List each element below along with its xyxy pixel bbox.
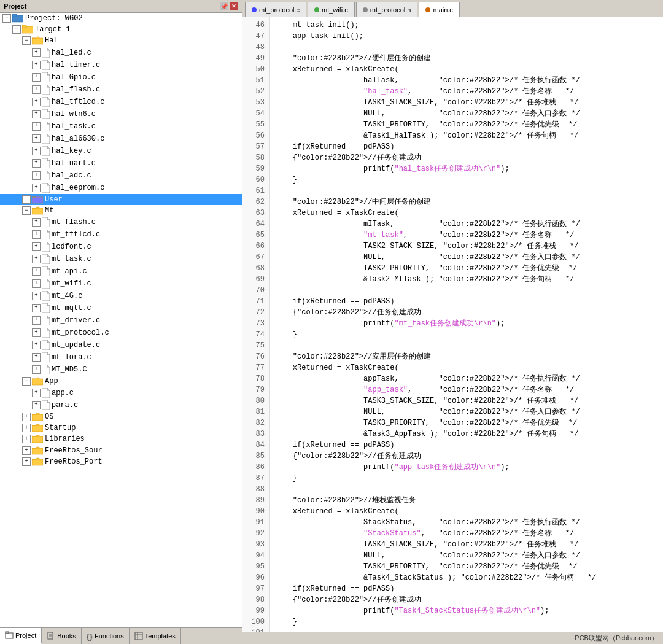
tree-item-hal_wtn6[interactable]: +hal_wtn6.c bbox=[0, 108, 242, 120]
tree-item-mt_tftlcd[interactable]: +mt_tftlcd.c bbox=[0, 228, 242, 241]
tree-item-hal_eeprom[interactable]: +hal_eeprom.c bbox=[0, 182, 242, 194]
tree-item-mt_mqtt[interactable]: +mt_mqtt.c bbox=[0, 302, 242, 314]
tab-templates[interactable]: Templates bbox=[130, 628, 181, 644]
tree-item-user[interactable]: +User bbox=[0, 194, 242, 205]
code-line-50: ⊟ xReturned = xTaskCreate( bbox=[275, 64, 658, 75]
tree-item-freertos_port[interactable]: +FreeRtos_Port bbox=[0, 456, 242, 467]
expand-placeholder: + bbox=[32, 365, 41, 374]
tree-item-hal_gpio[interactable]: +hal_Gpio.c bbox=[0, 71, 242, 83]
pin-icon[interactable]: 📌 bbox=[220, 2, 228, 10]
tree-item-app_c[interactable]: +app.c bbox=[0, 387, 242, 399]
line-number-67: 67 bbox=[247, 252, 265, 263]
code-line-65: "mt_task", "color:#228b22">/* 任务名称 */ bbox=[275, 230, 658, 241]
tree-item-target1[interactable]: −Target 1 bbox=[0, 24, 242, 35]
expand-btn-freertos_sour[interactable]: + bbox=[22, 446, 31, 455]
tree-item-mt_task[interactable]: +mt_task.c bbox=[0, 253, 242, 265]
expand-placeholder: + bbox=[32, 218, 41, 227]
tab-templates-label: Templates bbox=[145, 632, 176, 640]
file-icon bbox=[42, 109, 52, 119]
tree-item-hal_task[interactable]: +hal_task.c bbox=[0, 120, 242, 133]
tab-books[interactable]: Books bbox=[42, 628, 82, 644]
expand-btn-user[interactable]: + bbox=[22, 195, 31, 204]
expand-placeholder: + bbox=[32, 242, 41, 251]
code-line-87: } bbox=[275, 473, 658, 484]
expand-btn-startup[interactable]: + bbox=[22, 424, 31, 432]
code-text-49: "color:#228b22">//硬件层任务的创建 bbox=[275, 53, 431, 64]
tab-main-c[interactable]: main.c bbox=[419, 2, 459, 17]
expand-btn-freertos_port[interactable]: + bbox=[22, 457, 31, 466]
code-line-54: NULL, "color:#228b22">/* 任务入口参数 */ bbox=[275, 108, 658, 119]
tree-item-hal[interactable]: −Hal bbox=[0, 35, 242, 46]
tab-books-label: Books bbox=[57, 632, 76, 640]
svg-rect-1 bbox=[12, 14, 17, 17]
tree-item-libraries[interactable]: +Libraries bbox=[0, 433, 242, 444]
expand-btn-os[interactable]: + bbox=[22, 413, 31, 421]
tree-item-mt_lora[interactable]: +mt_lora.c bbox=[0, 351, 242, 363]
expand-btn-target1[interactable]: − bbox=[12, 25, 21, 34]
expand-btn-wg02[interactable]: − bbox=[2, 14, 11, 23]
tree-item-freertos_sour[interactable]: +FreeRtos_Sour bbox=[0, 445, 242, 456]
code-text-77: xReturned = xTaskCreate( bbox=[275, 362, 399, 373]
tree-item-mt_md5[interactable]: +MT_MD5.C bbox=[0, 363, 242, 376]
code-text-71: if(xReturned == pdPASS) bbox=[275, 296, 394, 307]
line-number-56: 56 bbox=[247, 130, 265, 141]
tab-mt-protocol-h[interactable]: mt_protocol.h bbox=[356, 2, 418, 17]
tab-mt-wifi-c[interactable]: mt_wifi.c bbox=[308, 2, 355, 17]
tree-item-hal_adc[interactable]: +hal_adc.c bbox=[0, 169, 242, 182]
tree-item-mt_flash[interactable]: +mt_flash.c bbox=[0, 216, 242, 228]
tree-label-mt_task: mt_task.c bbox=[52, 255, 91, 263]
tree-item-mt_protocol[interactable]: +mt_protocol.c bbox=[0, 327, 242, 339]
code-line-81: NULL, "color:#228b22">/* 任务入口参数 */ bbox=[275, 406, 658, 417]
tree-label-mt_4g: mt_4G.c bbox=[52, 292, 82, 300]
tree-item-startup[interactable]: +Startup bbox=[0, 422, 242, 433]
tree-item-para_c[interactable]: +para.c bbox=[0, 399, 242, 411]
tree-label-hal_key: hal_key.c bbox=[52, 147, 91, 155]
line-number-48: 48 bbox=[247, 42, 265, 53]
code-text-64: mITask, "color:#228b22">/* 任务执行函数 */ bbox=[275, 219, 580, 230]
tree-item-hal_timer[interactable]: +hal_timer.c bbox=[0, 59, 242, 71]
tree-label-libraries: Libraries bbox=[45, 435, 85, 443]
tree-label-mt: Mt bbox=[45, 206, 53, 215]
tree-item-lcdfont[interactable]: +lcdfont.c bbox=[0, 241, 242, 253]
code-line-83: &Task3_AppTask ); "color:#228b22">/* 任务句… bbox=[275, 429, 658, 440]
code-tab-bar: mt_protocol.c mt_wifi.c mt_protocol.h ma… bbox=[242, 0, 663, 17]
tab-project[interactable]: Project bbox=[0, 628, 42, 644]
code-line-94: NULL, "color:#228b22">/* 任务入口参数 */ bbox=[275, 550, 658, 561]
tree-item-mt_wifi[interactable]: +mt_wifi.c bbox=[0, 277, 242, 290]
tree-item-hal_tftlcd[interactable]: +hal_tftlcd.c bbox=[0, 96, 242, 108]
code-text-86: printf("app_task任务创建成功\r\n"); bbox=[275, 462, 510, 473]
tree-item-mt_update[interactable]: +mt_update.c bbox=[0, 339, 242, 351]
code-line-91: StackStatus, "color:#228b22">/* 任务执行函数 *… bbox=[275, 517, 658, 528]
tree-item-hal_flash[interactable]: +hal_flash.c bbox=[0, 83, 242, 96]
expand-btn-app[interactable]: − bbox=[22, 377, 31, 386]
tree-label-mt_api: mt_api.c bbox=[52, 267, 87, 276]
tree-item-hal_key[interactable]: +hal_key.c bbox=[0, 145, 242, 157]
tree-item-hal_al6630[interactable]: +hal_al6630.c bbox=[0, 133, 242, 145]
code-content[interactable]: 4647484950515253545556575859606162636465… bbox=[242, 17, 663, 632]
tree-label-mt_mqtt: mt_mqtt.c bbox=[52, 304, 91, 312]
close-panel-button[interactable]: ✕ bbox=[230, 2, 238, 10]
tree-item-os[interactable]: +OS bbox=[0, 411, 242, 422]
expand-placeholder: + bbox=[32, 171, 41, 180]
line-number-76: 76 bbox=[247, 351, 265, 362]
file-icon bbox=[42, 183, 52, 193]
tree-item-hal_led[interactable]: +hal_led.c bbox=[0, 47, 242, 59]
tree-item-mt_driver[interactable]: +mt_driver.c bbox=[0, 314, 242, 327]
tab-mt-protocol-c[interactable]: mt_protocol.c bbox=[245, 2, 306, 17]
expand-btn-mt[interactable]: − bbox=[22, 206, 31, 215]
code-lines[interactable]: mt_task_init(); app_task_init(); "color:… bbox=[270, 17, 663, 632]
project-panel: Project 📌 ✕ −Project: WG02−Target 1−Hal+… bbox=[0, 0, 242, 644]
tree-label-lcdfont: lcdfont.c bbox=[52, 242, 91, 251]
tree-item-hal_uart[interactable]: +hal_uart.c bbox=[0, 157, 242, 169]
tab-functions[interactable]: {} Functions bbox=[82, 628, 130, 644]
tree-item-mt_api[interactable]: +mt_api.c bbox=[0, 265, 242, 277]
tree-item-app[interactable]: −App bbox=[0, 376, 242, 387]
file-icon bbox=[42, 328, 52, 338]
expand-btn-hal[interactable]: − bbox=[22, 36, 31, 45]
tree-item-wg02[interactable]: −Project: WG02 bbox=[0, 13, 242, 24]
code-line-59: printf("hal_task任务创建成功\r\n"); bbox=[275, 163, 658, 174]
tree-item-mt[interactable]: −Mt bbox=[0, 205, 242, 216]
expand-btn-libraries[interactable]: + bbox=[22, 435, 31, 443]
tree-item-mt_4g[interactable]: +mt_4G.c bbox=[0, 290, 242, 302]
tree-label-hal_led: hal_led.c bbox=[52, 48, 91, 57]
